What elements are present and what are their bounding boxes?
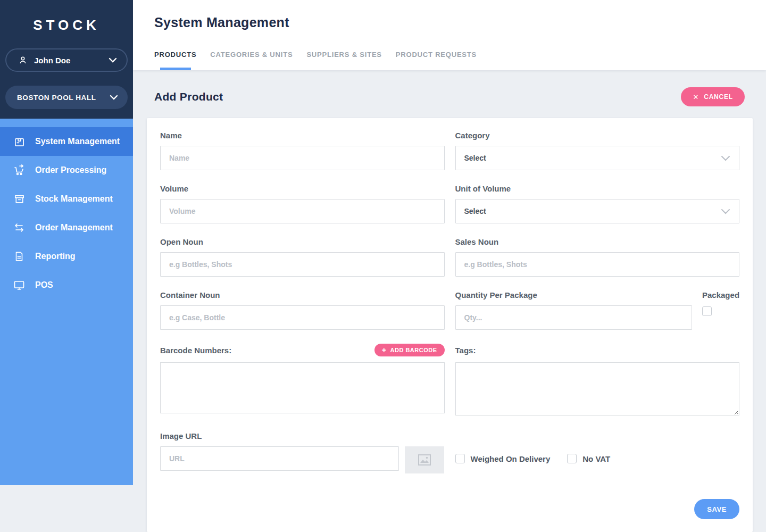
packaged-field-group: Packaged: [702, 290, 739, 318]
unit-of-volume-select[interactable]: Select: [455, 199, 740, 223]
sidebar-item-label: Order Management: [35, 223, 113, 232]
tab-product-requests[interactable]: PRODUCT REQUESTS: [396, 51, 477, 70]
volume-input[interactable]: [160, 199, 445, 223]
category-select[interactable]: Select: [455, 146, 740, 170]
no-vat-checkbox[interactable]: [567, 454, 577, 463]
image-url-field-group: Image URL: [160, 431, 445, 473]
barcode-field-group: Barcode Numbers: + ADD BARCODE: [160, 344, 445, 418]
sidebar-item-reporting[interactable]: Reporting: [0, 242, 133, 271]
app-logo: STOCK: [5, 17, 128, 34]
no-vat-label: No VAT: [582, 454, 610, 463]
sidebar-spacer: [0, 485, 133, 532]
name-label: Name: [160, 131, 445, 140]
sidebar-item-label: POS: [35, 280, 53, 290]
cancel-button[interactable]: ✕ CANCEL: [681, 87, 745, 106]
quantity-per-package-label: Quantity Per Package: [455, 290, 692, 300]
tab-categories-units[interactable]: CATEGORIES & UNITS: [210, 51, 293, 70]
cart-icon: [13, 164, 26, 177]
sidebar-item-label: Order Processing: [35, 165, 106, 175]
barcode-list-box[interactable]: [160, 362, 445, 413]
volume-label: Volume: [160, 184, 445, 193]
sidebar: STOCK John Doe BOSTON POOL HALL: [0, 0, 133, 532]
category-label: Category: [455, 131, 740, 140]
sidebar-item-label: Stock Management: [35, 194, 113, 204]
close-icon: ✕: [693, 93, 699, 101]
barcode-numbers-label: Barcode Numbers:: [160, 346, 231, 355]
image-url-label: Image URL: [160, 431, 445, 440]
unit-of-volume-field-group: Unit of Volume Select: [455, 184, 740, 223]
packaged-checkbox[interactable]: [702, 306, 712, 316]
package-icon: [13, 135, 26, 148]
chevron-down-icon: [721, 209, 730, 214]
volume-field-group: Volume: [160, 184, 445, 223]
cancel-button-label: CANCEL: [704, 93, 733, 101]
sidebar-header: STOCK John Doe BOSTON POOL HALL: [0, 0, 133, 119]
container-noun-field-group: Container Noun: [160, 290, 445, 330]
page-title: System Management: [154, 15, 766, 30]
user-dropdown[interactable]: John Doe: [5, 48, 128, 72]
open-noun-field-group: Open Noun: [160, 237, 445, 277]
sidebar-item-label: Reporting: [35, 252, 76, 261]
image-icon: [417, 453, 432, 467]
save-button[interactable]: SAVE: [694, 499, 739, 519]
tags-textarea[interactable]: [455, 362, 740, 415]
sales-noun-label: Sales Noun: [455, 237, 740, 246]
sales-noun-input[interactable]: [455, 252, 740, 277]
quantity-per-package-field-group: Quantity Per Package: [455, 290, 692, 330]
container-noun-input[interactable]: [160, 305, 445, 330]
open-noun-input[interactable]: [160, 252, 445, 277]
tab-suppliers-sites[interactable]: SUPPLIERS & SITES: [306, 51, 381, 70]
transfer-arrows-icon: [13, 221, 26, 234]
monitor-icon: [13, 279, 26, 292]
chevron-down-icon: [721, 155, 730, 161]
image-preview-box[interactable]: [405, 446, 444, 473]
app-root: STOCK John Doe BOSTON POOL HALL: [0, 0, 766, 532]
chevron-down-icon: [110, 95, 118, 100]
site-dropdown[interactable]: BOSTON POOL HALL: [5, 86, 128, 109]
sidebar-nav: System Management Order Processing: [0, 119, 133, 485]
page-header: System Management PRODUCTS CATEGORIES & …: [133, 0, 766, 70]
sidebar-item-system-management[interactable]: System Management: [0, 127, 133, 156]
quantity-per-package-input[interactable]: [455, 305, 692, 330]
chevron-down-icon: [109, 57, 117, 63]
sidebar-item-stock-management[interactable]: Stock Management: [0, 185, 133, 213]
user-icon: [18, 55, 28, 65]
open-noun-label: Open Noun: [160, 237, 445, 246]
weighed-on-delivery-group[interactable]: Weighed On Delivery: [455, 454, 551, 463]
name-field-group: Name: [160, 131, 445, 170]
add-barcode-button-label: ADD BARCODE: [390, 347, 437, 353]
no-vat-group[interactable]: No VAT: [567, 454, 610, 463]
packaged-label: Packaged: [702, 290, 739, 300]
weighed-on-delivery-checkbox[interactable]: [455, 454, 465, 463]
add-barcode-button[interactable]: + ADD BARCODE: [374, 344, 445, 356]
tab-bar: PRODUCTS CATEGORIES & UNITS SUPPLIERS & …: [154, 51, 477, 70]
category-select-value: Select: [464, 154, 486, 162]
content: Add Product ✕ CANCEL Name Category: [133, 70, 766, 532]
content-head: Add Product ✕ CANCEL: [147, 70, 753, 118]
unit-of-volume-label: Unit of Volume: [455, 184, 740, 193]
tags-label: Tags:: [455, 346, 476, 355]
container-noun-label: Container Noun: [160, 290, 445, 300]
category-field-group: Category Select: [455, 131, 740, 170]
archive-icon: [13, 193, 26, 205]
sidebar-item-pos[interactable]: POS: [0, 271, 133, 300]
section-title: Add Product: [154, 90, 223, 103]
plus-icon: +: [382, 346, 387, 354]
sidebar-item-order-management[interactable]: Order Management: [0, 213, 133, 242]
user-name: John Doe: [34, 56, 70, 65]
site-name: BOSTON POOL HALL: [17, 94, 96, 102]
tags-field-group: Tags:: [455, 344, 740, 418]
sidebar-item-label: System Management: [35, 137, 120, 146]
delivery-vat-row: Weighed On Delivery No VAT: [455, 431, 740, 473]
sales-noun-field-group: Sales Noun: [455, 237, 740, 277]
weighed-on-delivery-label: Weighed On Delivery: [471, 454, 551, 463]
tab-products[interactable]: PRODUCTS: [154, 51, 196, 70]
image-url-input[interactable]: [160, 446, 399, 471]
main-area: System Management PRODUCTS CATEGORIES & …: [133, 0, 766, 532]
quantity-packaged-row: Quantity Per Package Packaged: [455, 290, 740, 330]
sidebar-item-order-processing[interactable]: Order Processing: [0, 156, 133, 185]
name-input[interactable]: [160, 146, 445, 170]
document-icon: [13, 250, 26, 263]
add-product-form-card: Name Category Select: [147, 118, 753, 532]
unit-of-volume-select-value: Select: [464, 207, 486, 215]
